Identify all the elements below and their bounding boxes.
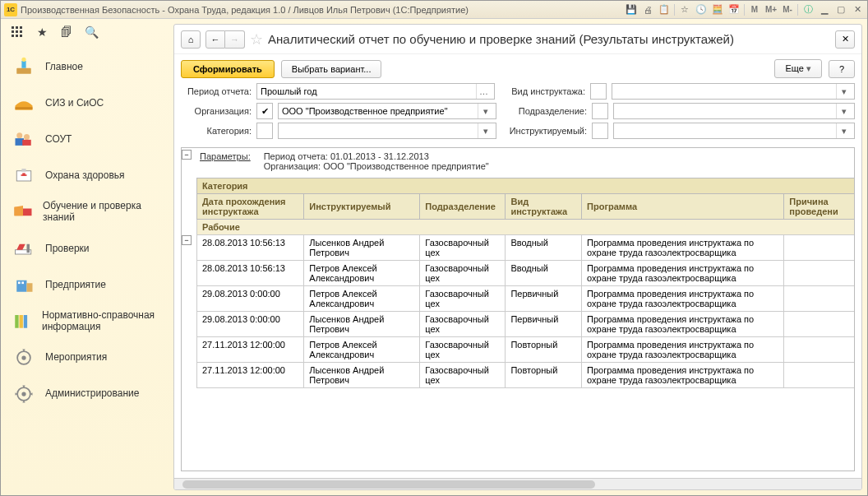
home-button[interactable]: ⌂ (181, 30, 201, 49)
table-cell: 29.08.2013 0:00:00 (197, 286, 304, 312)
table-cell: 29.08.2013 0:00:00 (197, 312, 304, 337)
nav-item[interactable]: СИЗ и СиОС (1, 85, 173, 121)
nav-item[interactable]: Нормативно-справочная информация (1, 303, 173, 340)
save-icon[interactable]: 💾 (625, 3, 638, 16)
calc-icon[interactable]: 🧮 (711, 3, 724, 16)
category-input[interactable]: ▾ (278, 123, 496, 139)
svg-rect-27 (15, 315, 18, 328)
forward-button[interactable]: → (225, 30, 245, 49)
svg-rect-3 (12, 30, 14, 33)
nav-item[interactable]: Главное (1, 49, 173, 85)
search-icon[interactable]: 🔍 (85, 25, 98, 39)
org-label: Организация: (181, 106, 252, 116)
table-row[interactable]: 27.11.2013 12:00:00Петров Алексей Алекса… (197, 337, 856, 363)
nav-item[interactable]: Проверки (1, 230, 173, 267)
dept-input[interactable]: ▾ (613, 103, 855, 119)
table-cell: Программа проведения инструктажа по охра… (582, 235, 784, 261)
tree-toggle[interactable]: − (182, 150, 192, 160)
type-input[interactable]: ▾ (612, 83, 855, 100)
table-row[interactable]: 28.08.2013 10:56:13Петров Алексей Алекса… (197, 261, 856, 286)
memory-mminus-icon[interactable]: M- (781, 3, 794, 16)
table-cell: Петров Алексей Александрович (304, 337, 420, 363)
dept-checkbox[interactable] (592, 103, 608, 119)
svg-rect-9 (16, 68, 31, 74)
history-icon[interactable]: 🕓 (695, 3, 708, 16)
table-row[interactable]: 29.08.2013 0:00:00Лысенков Андрей Петров… (197, 312, 856, 337)
help-button[interactable]: ? (829, 60, 855, 78)
org-dropdown-icon[interactable]: ▾ (478, 104, 492, 118)
nav-item[interactable]: СОУТ (1, 121, 173, 157)
apps-icon[interactable] (11, 25, 24, 39)
form-button[interactable]: Сформировать (181, 60, 275, 78)
maximize-icon[interactable]: ▢ (834, 3, 847, 16)
svg-rect-5 (20, 30, 22, 33)
report-table: Категория Дата прохождения инструктажаИн… (196, 178, 855, 388)
nav-icon (11, 346, 37, 369)
tree-toggle-group[interactable]: − (182, 235, 192, 245)
more-button[interactable]: Еще (774, 59, 821, 78)
info-icon[interactable]: ⓘ (801, 3, 815, 16)
calendar-icon[interactable]: 📅 (727, 3, 741, 16)
close-tab-icon[interactable]: ✕ (835, 30, 855, 49)
column-header: Программа (582, 194, 784, 220)
minimize-icon[interactable]: ▁ (818, 3, 831, 16)
svg-point-13 (16, 132, 22, 138)
svg-rect-20 (21, 174, 27, 176)
table-cell (784, 312, 855, 337)
svg-rect-6 (12, 35, 14, 37)
star-icon[interactable]: ☆ (678, 3, 691, 16)
table-cell: Программа проведения инструктажа по охра… (582, 261, 784, 286)
period-ellipsis-icon[interactable]: … (476, 84, 491, 99)
person-label: Инструктируемый: (501, 126, 587, 136)
print-icon[interactable]: 🖨 (641, 3, 654, 16)
svg-rect-25 (18, 281, 21, 284)
category-header: Категория (197, 178, 856, 194)
nav-label: Охрана здоровья (45, 169, 125, 181)
memory-mplus-icon[interactable]: M+ (764, 3, 778, 16)
period-input[interactable]: Прошлый год… (256, 83, 495, 100)
table-cell: Газосварочный цех (420, 286, 506, 312)
svg-rect-12 (16, 107, 33, 109)
nav-item[interactable]: Охрана здоровья (1, 157, 173, 193)
table-cell: Вводный (506, 261, 582, 286)
org-input[interactable]: ООО "Производственное предприятие"▾ (278, 103, 496, 119)
nav-item[interactable]: Администрирование (1, 376, 173, 412)
favorite-icon[interactable]: ★ (35, 25, 48, 39)
type-dropdown-icon[interactable]: ▾ (836, 84, 851, 99)
table-row[interactable]: 28.08.2013 10:56:13Лысенков Андрей Петро… (197, 235, 856, 261)
svg-rect-4 (16, 30, 18, 33)
memory-m-icon[interactable]: M (748, 3, 761, 16)
close-icon[interactable]: ✕ (851, 3, 864, 16)
doc-icon[interactable]: 📋 (658, 3, 671, 16)
nav-icon (11, 55, 37, 78)
person-dropdown-icon[interactable]: ▾ (836, 123, 851, 138)
titlebar: 1C Производственная Безопасность - Охран… (1, 1, 867, 19)
svg-rect-10 (21, 61, 25, 68)
dept-dropdown-icon[interactable]: ▾ (836, 104, 851, 118)
nav-label: СИЗ и СиОС (45, 97, 104, 109)
person-input[interactable]: ▾ (613, 123, 855, 139)
nav-item[interactable]: Мероприятия (1, 340, 173, 376)
svg-rect-2 (20, 26, 22, 29)
person-checkbox[interactable] (592, 123, 608, 139)
category-checkbox[interactable] (256, 123, 273, 139)
separator (797, 4, 798, 16)
nav-item[interactable]: Обучение и проверка знаний (1, 193, 173, 230)
horizontal-scrollbar[interactable] (174, 478, 861, 489)
choose-variant-button[interactable]: Выбрать вариант... (281, 60, 382, 78)
org-checkbox[interactable]: ✔ (256, 103, 273, 119)
type-checkbox[interactable] (590, 83, 607, 100)
separator (744, 4, 745, 16)
report-area[interactable]: − Параметры: Период отчета: 01.01.2013 -… (181, 147, 855, 471)
favorite-page-icon[interactable]: ☆ (250, 30, 263, 49)
table-row[interactable]: 27.11.2013 12:00:00Лысенков Андрей Петро… (197, 363, 856, 388)
clipboard-icon[interactable]: 🗐 (60, 25, 73, 39)
nav-item[interactable]: Предприятие (1, 267, 173, 303)
nav-label: Предприятие (45, 279, 106, 290)
table-row[interactable]: 29.08.2013 0:00:00Петров Алексей Алексан… (197, 286, 856, 312)
table-cell: Петров Алексей Александрович (304, 286, 420, 312)
type-label: Вид инструктажа: (500, 86, 585, 96)
back-button[interactable]: ← (205, 30, 225, 49)
category-dropdown-icon[interactable]: ▾ (478, 123, 492, 138)
page-title: Аналитический отчет по обучению и провер… (268, 32, 830, 46)
